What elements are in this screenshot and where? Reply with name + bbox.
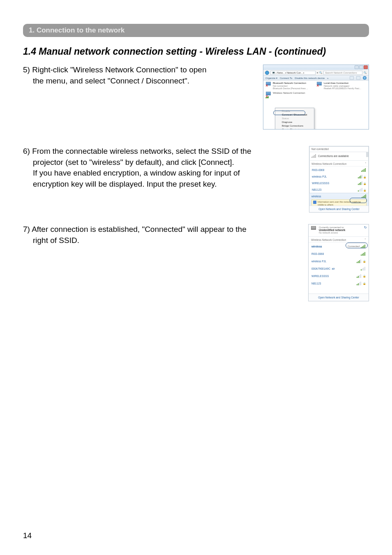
minimize-button[interactable] — [355, 65, 359, 69]
menu-diagnose[interactable]: Diagnose — [275, 120, 314, 124]
ssid-label: NB1123 — [312, 188, 322, 191]
step-7-number: 7) — [23, 225, 30, 234]
connections-available: Connections are available — [309, 152, 369, 161]
chevron-up-icon[interactable]: ˄ — [364, 238, 366, 242]
menu-shortcut[interactable]: Create Shortcut — [275, 127, 314, 130]
lock-icon: 🔒 — [363, 189, 366, 192]
ssid-label: 000A79001A9C_air — [311, 267, 335, 270]
currently-connected-header: Currently connected to: Unidentified net… — [309, 224, 369, 237]
menu-bridge[interactable]: Bridge Connections — [275, 124, 314, 127]
lock-icon: 🔒 — [363, 260, 366, 263]
breadcrumb[interactable]: 💻 « Netw... ▸ Network Con... ▸ — [270, 71, 316, 75]
open-sharing-center-link[interactable]: Open Network and Sharing Center — [309, 206, 369, 212]
signal-icon — [361, 244, 366, 248]
step-7-line2: right of SSID. — [23, 235, 301, 246]
lock-icon: 🔒 — [363, 182, 366, 185]
refresh-icon[interactable]: ↻ — [364, 226, 367, 229]
net-icon: 💻 — [272, 71, 275, 74]
step-6-line1: From the connectable wireless networks, … — [32, 147, 251, 155]
bluetooth-device: Bluetooth Device (Personal Area ... — [273, 87, 308, 90]
help-icon[interactable]: ? — [363, 76, 367, 80]
ssid-label: wireless PJL — [312, 175, 327, 178]
network-item[interactable]: NB1123 🔒 — [309, 280, 369, 287]
breadcrumb-part2: Network Con... — [287, 72, 303, 74]
search-go-icon[interactable]: 🔍 — [364, 71, 367, 74]
network-item[interactable]: WIRELESSSS 🔒 — [309, 272, 369, 280]
lock-icon: 🔒 — [363, 282, 366, 285]
view-icon[interactable] — [350, 76, 354, 80]
network-item[interactable]: RI03-0068 — [309, 166, 369, 173]
network-item[interactable]: NB1123 🔒 — [309, 186, 369, 193]
ssid-label: WIRELESSSS — [312, 182, 329, 185]
signal-icon — [361, 168, 366, 172]
ssid-label: wireless — [311, 195, 321, 198]
ssid-label: wireless PJL — [311, 260, 326, 263]
connected-label: Connected — [348, 245, 360, 247]
unidentified-label: Unidentified network — [319, 229, 345, 231]
address-bar: 💻 « Netw... ▸ Network Con... ▸ ▾ 🔍 Searc… — [263, 70, 369, 76]
chevron-up-icon[interactable]: ˄ — [365, 162, 367, 166]
lock-icon: 🔒 — [363, 176, 366, 178]
step-5-text: 5) Right-click "Wireless Network Connect… — [23, 65, 256, 130]
step-6-text: 6) From the connectable wireless network… — [23, 146, 302, 213]
back-button[interactable] — [265, 71, 269, 75]
open-sharing-center-link[interactable]: Open Network and Sharing Center — [309, 294, 369, 301]
network-item[interactable]: 000A79001A9C_air — [309, 265, 369, 272]
signal-icon — [358, 174, 363, 178]
lock-icon: 🔒 — [363, 275, 366, 278]
step-5: 5) Right-click "Wireless Network Connect… — [23, 65, 369, 130]
organize-menu[interactable]: Organize ▾ — [265, 76, 277, 79]
network-item[interactable]: RI03-0068 — [309, 250, 369, 257]
ssid-label: RI03-0068 — [311, 252, 324, 255]
network-icon — [311, 226, 317, 231]
network-item[interactable]: WIRELESSSS 🔒 — [309, 180, 369, 186]
screenshot-connected: ↻ Currently connected to: Unidentified n… — [308, 224, 369, 301]
shield-icon — [313, 201, 316, 204]
close-button[interactable] — [364, 65, 368, 69]
step-7-line1: After connection is established, "Connec… — [32, 225, 247, 234]
menu-disable[interactable]: Disable — [275, 109, 314, 113]
available-label: Connections are available — [318, 155, 349, 157]
signal-icon — [362, 194, 367, 198]
signal-icon — [311, 154, 316, 158]
network-item[interactable]: wireless PJL 🔒 — [309, 257, 369, 265]
step-7-text: 7) After connection is established, "Con… — [23, 224, 301, 301]
menu-status[interactable]: Status — [275, 116, 314, 120]
page-heading: 1.4 Manual network connection setting - … — [23, 46, 369, 57]
step-5-line1: Right-click "Wireless Network Connection… — [32, 65, 206, 74]
step-5-number: 5) — [23, 65, 30, 74]
signal-icon — [357, 281, 362, 285]
toolbar: Organize ▾ Connect To Disable this netwo… — [263, 76, 369, 81]
signal-icon — [358, 187, 363, 192]
scrollbar[interactable] — [366, 152, 369, 157]
breadcrumb-part1: Netw... — [277, 72, 284, 74]
context-menu: Disable Connect / Disconnect Status Diag… — [275, 108, 314, 130]
bluetooth-title: Bluetooth Network Connection — [273, 82, 308, 85]
step-6-line3: If you have enabled encryption, a window… — [23, 168, 302, 179]
not-connected-label: Not connected — [309, 146, 369, 152]
menu-connect-disconnect[interactable]: Connect / Disconnect — [275, 113, 314, 116]
lan-connection-item[interactable]: ✕ Local Area Connection Network cable un… — [317, 82, 366, 90]
signal-icon — [361, 252, 366, 256]
signal-icon — [358, 181, 363, 185]
connect-to-button[interactable]: Connect To — [280, 77, 292, 79]
bluetooth-connection-item[interactable]: ✕ Bluetooth Network Connection Not conne… — [266, 82, 315, 90]
ssid-label: WIRELESSSS — [311, 275, 329, 278]
wireless-connection-item[interactable]: ✕ Wireless Network Connection — [266, 92, 366, 97]
search-input[interactable]: Search Network Connections — [323, 71, 362, 75]
disable-device-button[interactable]: Disable this network device — [295, 77, 325, 79]
ssid-label: wireless — [311, 245, 322, 248]
step-6-line4: encryption key will be displayed. Input … — [23, 179, 302, 190]
wireless-subheader: Wireless Network Connection˄ — [309, 237, 369, 243]
search-icon: 🔍 — [319, 71, 322, 74]
network-item-connected[interactable]: wireless Connected — [309, 243, 369, 250]
window-titlebar — [263, 65, 369, 70]
lan-title: Local Area Connection — [324, 82, 361, 85]
signal-icon — [357, 259, 362, 263]
preview-icon[interactable] — [356, 76, 360, 80]
network-item[interactable]: wireless PJL 🔒 — [309, 173, 369, 180]
lan-device: Realtek RTL8139/810x Family Fast... — [324, 87, 361, 90]
wireless-subheader: Wireless Network Connection˄ — [309, 161, 369, 166]
maximize-button[interactable] — [359, 65, 363, 69]
section-header-bar: 1. Connection to the network — [23, 24, 369, 37]
